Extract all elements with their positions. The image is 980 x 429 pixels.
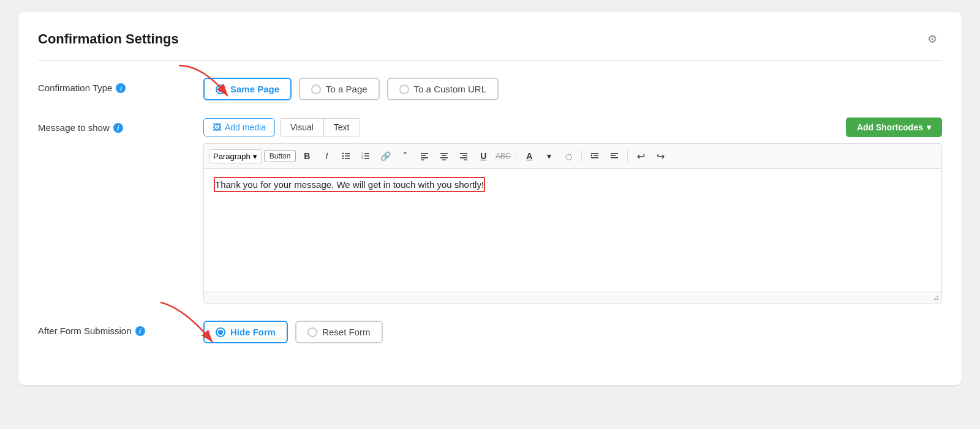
confirmation-type-info-icon[interactable]: i <box>116 83 126 93</box>
svg-rect-29 <box>611 153 618 154</box>
radio-hide-form[interactable]: Hide Form <box>203 321 288 343</box>
link-button[interactable]: 🔗 <box>377 147 394 165</box>
radio-to-a-page[interactable]: To a Page <box>299 78 380 100</box>
gear-icon: ⚙ <box>927 32 937 46</box>
indent-less-button[interactable] <box>586 147 603 165</box>
message-top-bar: 🖼 Add media Visual Text Add Shortcodes ▾ <box>203 118 942 137</box>
blockquote-button[interactable]: " <box>396 147 413 165</box>
svg-rect-3 <box>345 158 350 159</box>
svg-rect-1 <box>345 153 350 154</box>
svg-rect-20 <box>442 160 446 161</box>
svg-rect-24 <box>464 160 467 161</box>
radio-circle-hide-form <box>216 327 225 337</box>
svg-rect-2 <box>345 155 350 157</box>
message-to-show-row: Message to show i 🖼 Add media Visual Tex… <box>38 118 942 304</box>
radio-to-a-custom-url[interactable]: To a Custom URL <box>387 78 499 100</box>
svg-text:3: 3 <box>361 157 363 160</box>
svg-rect-16 <box>421 160 424 161</box>
editor-tab-group: Visual Text <box>280 118 360 136</box>
svg-point-4 <box>342 153 344 154</box>
undo-button[interactable]: ↩ <box>632 147 649 165</box>
svg-point-5 <box>342 155 344 157</box>
eraser-button[interactable]: ◌ <box>560 147 577 165</box>
confirmation-type-row: Confirmation Type i Same Page To a Page … <box>38 78 942 100</box>
svg-rect-19 <box>440 157 448 159</box>
button-toolbar-btn[interactable]: Button <box>264 150 296 162</box>
svg-rect-31 <box>611 157 618 159</box>
italic-button[interactable]: I <box>318 147 335 165</box>
svg-rect-23 <box>460 157 467 159</box>
editor-highlight-box: Thank you for your message. We will get … <box>214 177 485 192</box>
redo-button[interactable]: ↪ <box>652 147 669 165</box>
add-media-icon: 🖼 <box>213 122 221 132</box>
message-top-left: 🖼 Add media Visual Text <box>203 118 360 136</box>
svg-rect-18 <box>442 155 447 157</box>
svg-marker-32 <box>611 154 612 157</box>
message-section: 🖼 Add media Visual Text Add Shortcodes ▾ <box>203 118 942 304</box>
after-form-submission-row: After Form Submission i Hide Form Reset … <box>38 321 942 343</box>
svg-rect-8 <box>364 155 369 157</box>
paragraph-select[interactable]: Paragraph ▾ <box>209 149 262 163</box>
svg-rect-22 <box>462 155 467 157</box>
toolbar-divider-1 <box>516 150 516 162</box>
radio-same-page[interactable]: Same Page <box>203 78 292 100</box>
add-media-button[interactable]: 🖼 Add media <box>203 118 275 136</box>
editor-resize-handle[interactable]: ⊿ <box>204 291 941 303</box>
ordered-list-button[interactable]: 123 <box>357 147 374 165</box>
dropdown-arrow-icon: ▾ <box>253 152 257 161</box>
message-to-show-label: Message to show i <box>38 118 203 133</box>
underline-button[interactable]: U <box>475 147 492 165</box>
add-shortcodes-button[interactable]: Add Shortcodes ▾ <box>846 118 942 137</box>
message-info-icon[interactable]: i <box>113 123 123 133</box>
svg-rect-17 <box>440 153 448 154</box>
tab-visual[interactable]: Visual <box>281 119 324 136</box>
svg-rect-7 <box>364 153 369 154</box>
bold-button[interactable]: B <box>298 147 315 165</box>
radio-circle-to-a-custom-url <box>399 84 409 94</box>
svg-point-6 <box>342 158 344 159</box>
confirmation-type-options: Same Page To a Page To a Custom URL <box>203 78 499 100</box>
svg-rect-26 <box>594 155 598 157</box>
svg-rect-25 <box>591 153 598 154</box>
align-left-button[interactable] <box>416 147 433 165</box>
strikethrough-button[interactable]: ABC <box>494 147 511 165</box>
toolbar-divider-3 <box>627 150 628 162</box>
radio-circle-reset-form <box>307 327 317 337</box>
panel-title: Confirmation Settings <box>38 31 179 47</box>
header-divider <box>38 60 942 61</box>
after-form-info-icon[interactable]: i <box>135 326 145 336</box>
chevron-down-icon: ▾ <box>927 122 931 132</box>
svg-rect-9 <box>364 158 369 159</box>
confirmation-settings-panel: Confirmation Settings ⚙ Confirmation Typ… <box>18 12 962 385</box>
svg-rect-27 <box>591 157 598 159</box>
svg-rect-21 <box>460 153 467 154</box>
editor-content: Thank you for your message. We will get … <box>215 179 484 190</box>
svg-marker-28 <box>591 154 592 157</box>
toolbar-divider-2 <box>581 150 582 162</box>
gear-button[interactable]: ⚙ <box>922 29 942 49</box>
radio-circle-to-a-page <box>311 84 321 94</box>
resize-icon: ⊿ <box>933 293 939 302</box>
editor-toolbar: Paragraph ▾ Button B I 123 🔗 " <box>204 144 941 169</box>
editor-container: Paragraph ▾ Button B I 123 🔗 " <box>203 143 942 304</box>
tab-text[interactable]: Text <box>324 119 360 136</box>
font-color-dropdown[interactable]: ▾ <box>540 147 557 165</box>
font-color-button[interactable]: A <box>521 147 538 165</box>
align-center-button[interactable] <box>435 147 453 165</box>
radio-reset-form[interactable]: Reset Form <box>295 321 382 343</box>
svg-rect-13 <box>421 153 428 154</box>
align-right-button[interactable] <box>455 147 472 165</box>
editor-body[interactable]: Thank you for your message. We will get … <box>204 169 941 291</box>
svg-rect-15 <box>421 157 428 159</box>
svg-rect-14 <box>421 155 426 157</box>
panel-header: Confirmation Settings ⚙ <box>38 29 942 49</box>
radio-circle-same-page <box>216 84 225 94</box>
after-form-submission-label: After Form Submission i <box>38 321 203 336</box>
confirmation-type-label: Confirmation Type i <box>38 78 203 93</box>
after-form-options: Hide Form Reset Form <box>203 321 383 343</box>
unordered-list-button[interactable] <box>337 147 355 165</box>
indent-more-button[interactable] <box>606 147 623 165</box>
